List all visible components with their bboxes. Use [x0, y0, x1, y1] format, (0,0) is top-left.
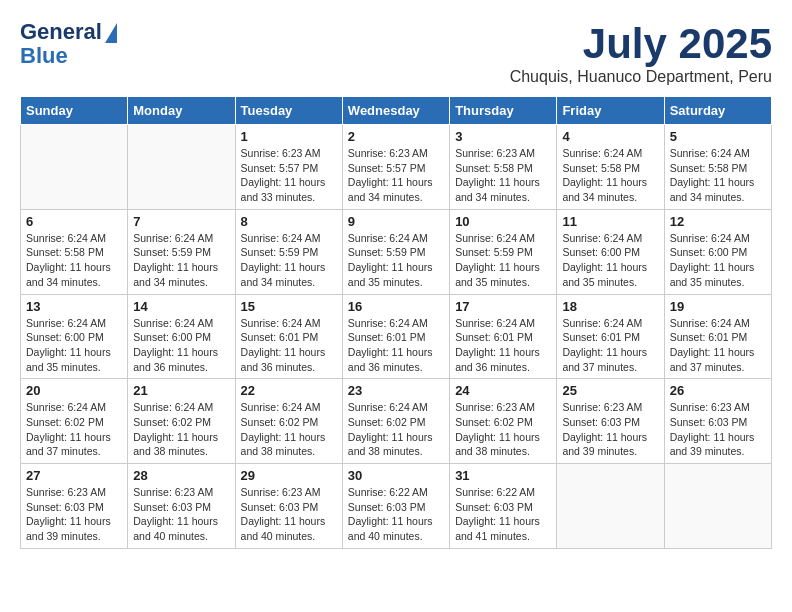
day-info: Sunrise: 6:24 AMSunset: 6:00 PMDaylight:…	[133, 316, 229, 375]
calendar-cell: 17Sunrise: 6:24 AMSunset: 6:01 PMDayligh…	[450, 294, 557, 379]
day-number: 10	[455, 214, 551, 229]
calendar-cell: 26Sunrise: 6:23 AMSunset: 6:03 PMDayligh…	[664, 379, 771, 464]
calendar-cell: 4Sunrise: 6:24 AMSunset: 5:58 PMDaylight…	[557, 125, 664, 210]
calendar-cell: 25Sunrise: 6:23 AMSunset: 6:03 PMDayligh…	[557, 379, 664, 464]
calendar-week-row: 1Sunrise: 6:23 AMSunset: 5:57 PMDaylight…	[21, 125, 772, 210]
day-number: 3	[455, 129, 551, 144]
calendar-cell: 29Sunrise: 6:23 AMSunset: 6:03 PMDayligh…	[235, 464, 342, 549]
day-info: Sunrise: 6:24 AMSunset: 5:59 PMDaylight:…	[348, 231, 444, 290]
header: General Blue July 2025 Chuquis, Huanuco …	[20, 20, 772, 86]
weekday-header-tuesday: Tuesday	[235, 97, 342, 125]
calendar-cell	[664, 464, 771, 549]
logo-blue-text: Blue	[20, 43, 68, 68]
calendar-week-row: 13Sunrise: 6:24 AMSunset: 6:00 PMDayligh…	[21, 294, 772, 379]
calendar-cell: 10Sunrise: 6:24 AMSunset: 5:59 PMDayligh…	[450, 209, 557, 294]
calendar-cell: 22Sunrise: 6:24 AMSunset: 6:02 PMDayligh…	[235, 379, 342, 464]
day-number: 23	[348, 383, 444, 398]
day-number: 28	[133, 468, 229, 483]
day-info: Sunrise: 6:24 AMSunset: 6:01 PMDaylight:…	[562, 316, 658, 375]
calendar-week-row: 27Sunrise: 6:23 AMSunset: 6:03 PMDayligh…	[21, 464, 772, 549]
calendar-cell: 1Sunrise: 6:23 AMSunset: 5:57 PMDaylight…	[235, 125, 342, 210]
day-info: Sunrise: 6:24 AMSunset: 5:59 PMDaylight:…	[133, 231, 229, 290]
calendar-cell: 19Sunrise: 6:24 AMSunset: 6:01 PMDayligh…	[664, 294, 771, 379]
calendar-cell: 6Sunrise: 6:24 AMSunset: 5:58 PMDaylight…	[21, 209, 128, 294]
weekday-header-wednesday: Wednesday	[342, 97, 449, 125]
day-number: 17	[455, 299, 551, 314]
day-number: 13	[26, 299, 122, 314]
weekday-header-friday: Friday	[557, 97, 664, 125]
day-number: 31	[455, 468, 551, 483]
day-number: 5	[670, 129, 766, 144]
logo-text: General	[20, 20, 102, 44]
day-number: 14	[133, 299, 229, 314]
day-number: 26	[670, 383, 766, 398]
calendar-cell: 8Sunrise: 6:24 AMSunset: 5:59 PMDaylight…	[235, 209, 342, 294]
day-number: 9	[348, 214, 444, 229]
day-number: 29	[241, 468, 337, 483]
day-number: 21	[133, 383, 229, 398]
day-number: 16	[348, 299, 444, 314]
calendar-cell: 23Sunrise: 6:24 AMSunset: 6:02 PMDayligh…	[342, 379, 449, 464]
day-info: Sunrise: 6:24 AMSunset: 6:01 PMDaylight:…	[670, 316, 766, 375]
day-number: 24	[455, 383, 551, 398]
calendar-cell	[128, 125, 235, 210]
calendar-cell: 16Sunrise: 6:24 AMSunset: 6:01 PMDayligh…	[342, 294, 449, 379]
day-info: Sunrise: 6:24 AMSunset: 6:01 PMDaylight:…	[455, 316, 551, 375]
calendar-table: SundayMondayTuesdayWednesdayThursdayFrid…	[20, 96, 772, 549]
day-number: 30	[348, 468, 444, 483]
day-info: Sunrise: 6:24 AMSunset: 6:00 PMDaylight:…	[562, 231, 658, 290]
day-number: 22	[241, 383, 337, 398]
calendar-cell: 2Sunrise: 6:23 AMSunset: 5:57 PMDaylight…	[342, 125, 449, 210]
calendar-cell: 28Sunrise: 6:23 AMSunset: 6:03 PMDayligh…	[128, 464, 235, 549]
day-info: Sunrise: 6:24 AMSunset: 5:58 PMDaylight:…	[26, 231, 122, 290]
calendar-cell: 27Sunrise: 6:23 AMSunset: 6:03 PMDayligh…	[21, 464, 128, 549]
day-number: 25	[562, 383, 658, 398]
calendar-cell: 14Sunrise: 6:24 AMSunset: 6:00 PMDayligh…	[128, 294, 235, 379]
calendar-cell: 30Sunrise: 6:22 AMSunset: 6:03 PMDayligh…	[342, 464, 449, 549]
day-info: Sunrise: 6:22 AMSunset: 6:03 PMDaylight:…	[455, 485, 551, 544]
day-number: 4	[562, 129, 658, 144]
month-title: July 2025	[510, 20, 772, 68]
calendar-cell: 11Sunrise: 6:24 AMSunset: 6:00 PMDayligh…	[557, 209, 664, 294]
day-info: Sunrise: 6:24 AMSunset: 6:00 PMDaylight:…	[670, 231, 766, 290]
logo-triangle-icon	[105, 23, 117, 43]
day-info: Sunrise: 6:22 AMSunset: 6:03 PMDaylight:…	[348, 485, 444, 544]
logo: General Blue	[20, 20, 117, 68]
day-info: Sunrise: 6:23 AMSunset: 6:03 PMDaylight:…	[133, 485, 229, 544]
calendar-cell: 21Sunrise: 6:24 AMSunset: 6:02 PMDayligh…	[128, 379, 235, 464]
calendar-cell	[21, 125, 128, 210]
day-number: 8	[241, 214, 337, 229]
calendar-cell: 5Sunrise: 6:24 AMSunset: 5:58 PMDaylight…	[664, 125, 771, 210]
day-info: Sunrise: 6:24 AMSunset: 6:02 PMDaylight:…	[348, 400, 444, 459]
day-number: 15	[241, 299, 337, 314]
day-info: Sunrise: 6:24 AMSunset: 6:02 PMDaylight:…	[133, 400, 229, 459]
day-number: 19	[670, 299, 766, 314]
weekday-header-sunday: Sunday	[21, 97, 128, 125]
day-info: Sunrise: 6:23 AMSunset: 5:57 PMDaylight:…	[241, 146, 337, 205]
day-info: Sunrise: 6:24 AMSunset: 5:59 PMDaylight:…	[241, 231, 337, 290]
day-info: Sunrise: 6:24 AMSunset: 6:01 PMDaylight:…	[348, 316, 444, 375]
day-number: 27	[26, 468, 122, 483]
title-area: July 2025 Chuquis, Huanuco Department, P…	[510, 20, 772, 86]
day-number: 1	[241, 129, 337, 144]
day-info: Sunrise: 6:23 AMSunset: 6:03 PMDaylight:…	[562, 400, 658, 459]
calendar-week-row: 6Sunrise: 6:24 AMSunset: 5:58 PMDaylight…	[21, 209, 772, 294]
day-info: Sunrise: 6:23 AMSunset: 5:58 PMDaylight:…	[455, 146, 551, 205]
day-number: 7	[133, 214, 229, 229]
day-info: Sunrise: 6:24 AMSunset: 5:59 PMDaylight:…	[455, 231, 551, 290]
day-info: Sunrise: 6:24 AMSunset: 6:02 PMDaylight:…	[241, 400, 337, 459]
calendar-cell: 12Sunrise: 6:24 AMSunset: 6:00 PMDayligh…	[664, 209, 771, 294]
day-info: Sunrise: 6:23 AMSunset: 5:57 PMDaylight:…	[348, 146, 444, 205]
day-info: Sunrise: 6:24 AMSunset: 6:00 PMDaylight:…	[26, 316, 122, 375]
day-number: 6	[26, 214, 122, 229]
day-number: 20	[26, 383, 122, 398]
day-info: Sunrise: 6:24 AMSunset: 6:02 PMDaylight:…	[26, 400, 122, 459]
day-info: Sunrise: 6:23 AMSunset: 6:03 PMDaylight:…	[26, 485, 122, 544]
weekday-header-row: SundayMondayTuesdayWednesdayThursdayFrid…	[21, 97, 772, 125]
calendar-cell: 24Sunrise: 6:23 AMSunset: 6:02 PMDayligh…	[450, 379, 557, 464]
day-info: Sunrise: 6:23 AMSunset: 6:02 PMDaylight:…	[455, 400, 551, 459]
day-info: Sunrise: 6:23 AMSunset: 6:03 PMDaylight:…	[670, 400, 766, 459]
day-info: Sunrise: 6:24 AMSunset: 5:58 PMDaylight:…	[670, 146, 766, 205]
calendar-week-row: 20Sunrise: 6:24 AMSunset: 6:02 PMDayligh…	[21, 379, 772, 464]
calendar-cell: 13Sunrise: 6:24 AMSunset: 6:00 PMDayligh…	[21, 294, 128, 379]
